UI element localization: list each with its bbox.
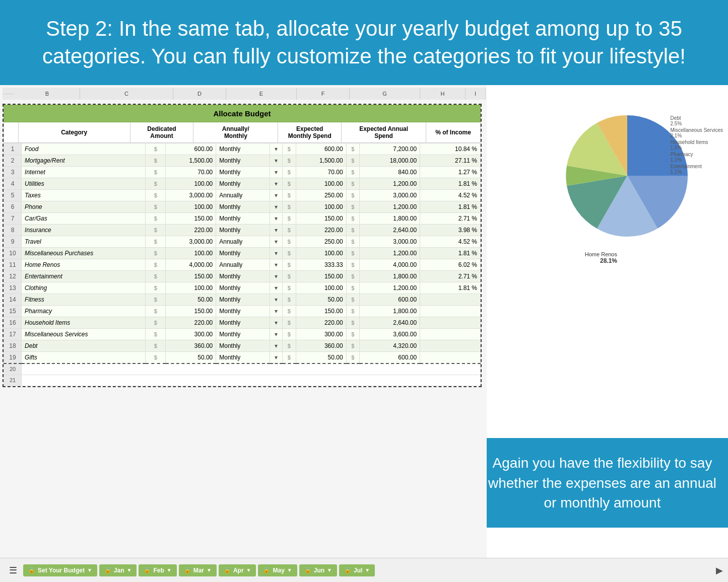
dropdown-icon-feb: ▼ [167, 567, 172, 573]
amount-10: 4,000.00 [166, 259, 216, 271]
tab-jun[interactable]: 🔒 Jun ▼ [299, 564, 337, 576]
empty-row: 21 [4, 375, 481, 386]
dollar2-17: $ [283, 340, 296, 352]
freq-dropdown-8[interactable]: ▾ [270, 236, 282, 248]
col-header-strip: B C D E F G H I [3, 88, 486, 100]
dollar3-6: $ [346, 213, 360, 225]
dollar-0: $ [146, 143, 166, 155]
freq-dropdown-10[interactable]: ▾ [270, 259, 282, 271]
col-e: E [226, 88, 297, 100]
overlay-text: Again you have the flexibility to say wh… [488, 455, 716, 510]
scroll-right-icon[interactable]: ▶ [716, 565, 723, 576]
dollar2-9: $ [283, 248, 296, 259]
freq-dropdown-15[interactable]: ▾ [270, 317, 282, 329]
table-row: 10 Miscellaneous Purchases $ 100.00 Mont… [4, 248, 481, 259]
dollar-16: $ [146, 329, 166, 340]
tab-set-your-budget[interactable]: 🔒 Set Your Budget ▼ [23, 564, 97, 576]
col-d: D [173, 88, 226, 100]
monthly-8: 250.00 [296, 236, 346, 248]
pct-12: 1.81 % [420, 282, 481, 294]
annual-14: 1,800.00 [360, 306, 420, 317]
col-g: G [350, 88, 420, 100]
dollar-11: $ [146, 271, 166, 282]
dollar-5: $ [146, 201, 166, 213]
tab-apr[interactable]: 🔒 Apr ▼ [219, 564, 256, 576]
lock-icon-jun: 🔒 [304, 567, 311, 573]
dollar2-15: $ [283, 317, 296, 329]
dropdown-icon-may: ▼ [287, 567, 292, 573]
freq-dropdown-17[interactable]: ▾ [270, 340, 282, 352]
freq-dropdown-3[interactable]: ▾ [270, 178, 282, 190]
freq-dropdown-16[interactable]: ▾ [270, 329, 282, 340]
freq-dropdown-2[interactable]: ▾ [270, 167, 282, 178]
dollar3-17: $ [346, 340, 360, 352]
dollar2-18: $ [283, 352, 296, 364]
tab-may[interactable]: 🔒 May ▼ [258, 564, 297, 576]
pct-5: 1.81 % [420, 201, 481, 213]
monthly-15: 220.00 [296, 317, 346, 329]
freq-dropdown-5[interactable]: ▾ [270, 201, 282, 213]
freq-dropdown-14[interactable]: ▾ [270, 306, 282, 317]
tab-mar[interactable]: 🔒 Mar ▼ [179, 564, 217, 576]
row-num-17: 17 [4, 329, 22, 340]
freq-dropdown-18[interactable]: ▾ [270, 352, 282, 364]
monthly-6: 150.00 [296, 213, 346, 225]
dollar-8: $ [146, 236, 166, 248]
dollar3-12: $ [346, 282, 360, 294]
freq-dropdown-11[interactable]: ▾ [270, 271, 282, 282]
dollar2-7: $ [283, 225, 296, 236]
monthly-11: 150.00 [296, 271, 346, 282]
right-panel: Debt 2.5% Miscellaneous Services 2.1% Ho… [487, 85, 728, 558]
dollar3-18: $ [346, 352, 360, 364]
pct-16 [420, 329, 481, 340]
legend-pharmacy: Pharmacy 1.1% [671, 152, 723, 163]
amount-17: 360.00 [166, 340, 216, 352]
dollar-12: $ [146, 282, 166, 294]
legend-debt: Debt 2.5% [671, 115, 723, 126]
tab-jan[interactable]: 🔒 Jan ▼ [99, 564, 137, 576]
freq-dropdown-13[interactable]: ▾ [270, 294, 282, 306]
table-row: 19 Gifts $ 50.00 Monthly ▾ $ 50.00 $ 600… [4, 352, 481, 364]
budget-table: Allocate Budget Category DedicatedAmount… [4, 105, 481, 143]
tab-feb[interactable]: 🔒 Feb ▼ [139, 564, 176, 576]
dollar3-10: $ [346, 259, 360, 271]
freq-17: Monthly [216, 340, 270, 352]
dollar-15: $ [146, 317, 166, 329]
table-row: 3 Internet $ 70.00 Monthly ▾ $ 70.00 $ 8… [4, 167, 481, 178]
budget-dashed-box: Allocate Budget Category DedicatedAmount… [3, 104, 482, 387]
dollar-6: $ [146, 213, 166, 225]
table-row: 16 Household Items $ 220.00 Monthly ▾ $ … [4, 317, 481, 329]
freq-1: Monthly [216, 155, 270, 167]
tab-budget-label: Set Your Budget [38, 567, 85, 574]
freq-dropdown-6[interactable]: ▾ [270, 213, 282, 225]
annual-6: 1,800.00 [360, 213, 420, 225]
freq-dropdown-0[interactable]: ▾ [270, 143, 282, 155]
table-title-row: Allocate Budget [4, 105, 481, 122]
dollar-13: $ [146, 294, 166, 306]
category-7: Insurance [22, 225, 146, 236]
freq-dropdown-12[interactable]: ▾ [270, 282, 282, 294]
dollar2-8: $ [283, 236, 296, 248]
dollar3-1: $ [346, 155, 360, 167]
col-label-category: Category [18, 122, 130, 143]
dollar2-5: $ [283, 201, 296, 213]
category-18: Gifts [22, 352, 146, 364]
freq-dropdown-4[interactable]: ▾ [270, 190, 282, 201]
amount-11: 150.00 [166, 271, 216, 282]
freq-dropdown-9[interactable]: ▾ [270, 248, 282, 259]
dollar2-12: $ [283, 282, 296, 294]
tab-jul[interactable]: 🔒 Jul ▼ [339, 564, 375, 576]
hamburger-button[interactable]: ☰ [5, 563, 21, 578]
category-8: Travel [22, 236, 146, 248]
overlay-text-box: Again you have the flexibility to say wh… [487, 438, 728, 528]
freq-dropdown-1[interactable]: ▾ [270, 155, 282, 167]
freq-dropdown-7[interactable]: ▾ [270, 225, 282, 236]
col-h: H [420, 88, 466, 100]
pct-9: 1.81 % [420, 248, 481, 259]
dollar-14: $ [146, 306, 166, 317]
row-num-spacer [3, 94, 15, 94]
annual-15: 2,640.00 [360, 317, 420, 329]
dropdown-icon-budget: ▼ [87, 567, 92, 573]
category-17: Debt [22, 340, 146, 352]
amount-5: 100.00 [166, 201, 216, 213]
